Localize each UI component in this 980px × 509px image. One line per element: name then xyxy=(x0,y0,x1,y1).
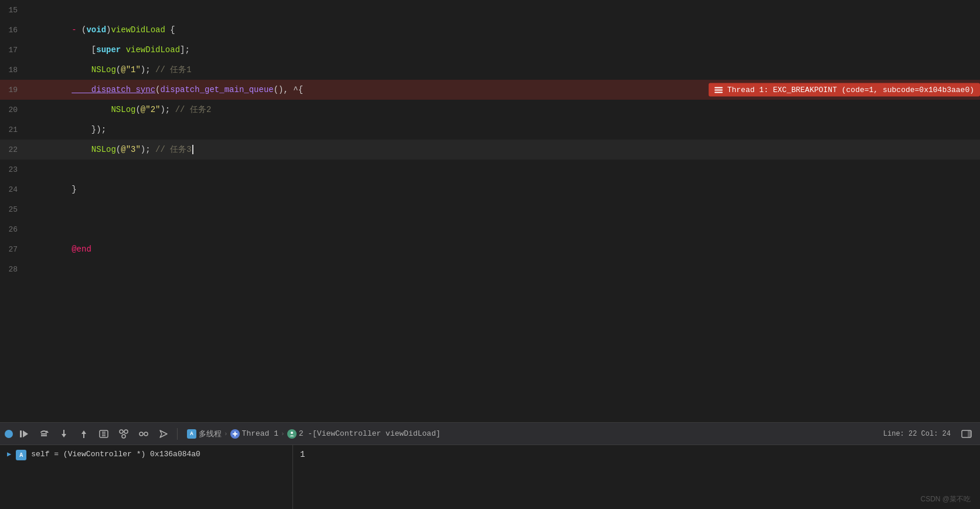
debug-panel: ▶ A self = (ViewController *) 0x136a084a… xyxy=(0,444,980,509)
viewdidload-msg: viewDidLoad xyxy=(126,45,180,55)
line-num-21: 21 xyxy=(0,125,29,134)
project-name: 多线程 xyxy=(199,429,222,439)
step-over-icon xyxy=(39,429,49,439)
line-num-23: 23 xyxy=(0,165,29,174)
line-num-27: 27 xyxy=(0,245,29,254)
line-col-info: Line: 22 Col: 24 xyxy=(883,430,951,438)
svg-rect-0 xyxy=(20,430,22,437)
thread-name: Thread 1 xyxy=(242,429,278,438)
error-message: Thread 1: EXC_BREAKPOINT (code=1, subcod… xyxy=(727,86,974,94)
semicol-18: ); xyxy=(141,65,155,74)
location-icon xyxy=(158,429,169,439)
code-container: 15 16 - (void)viewDidLoad { 17 [super vi… xyxy=(0,0,980,279)
breakpoints-btn[interactable] xyxy=(95,426,113,442)
step-into-icon xyxy=(59,429,69,439)
svg-marker-19 xyxy=(160,430,167,437)
queue-btn[interactable] xyxy=(135,426,152,442)
nslog-22: NSLog xyxy=(72,145,116,154)
svg-point-22 xyxy=(291,432,293,434)
code-line-25: 25 xyxy=(0,199,980,219)
step-out-btn[interactable] xyxy=(75,426,93,442)
dispatch-sync: dispatch_sync xyxy=(72,85,155,94)
svg-marker-1 xyxy=(23,430,28,437)
bracket-close: ]; xyxy=(180,45,190,55)
line-num-25: 25 xyxy=(0,205,29,214)
svg-point-18 xyxy=(144,432,148,436)
svg-rect-24 xyxy=(968,430,971,437)
thread-icon xyxy=(118,429,129,439)
line-num-15: 15 xyxy=(0,6,29,15)
toolbar-sep xyxy=(177,428,178,440)
svg-marker-8 xyxy=(81,430,86,434)
close-block-21: }); xyxy=(72,125,106,134)
cursor-22 xyxy=(192,145,198,154)
svg-rect-21 xyxy=(234,432,236,436)
breadcrumb-area: A 多线程 › Thread 1 › 2 -[ViewController vi… xyxy=(187,429,881,439)
person-icon-bc xyxy=(287,429,297,439)
comment-18: // 任务1 xyxy=(155,65,192,74)
debug-output-value: 1 xyxy=(300,450,305,459)
str-20: @"2" xyxy=(141,105,161,114)
debug-console-pane: 1 xyxy=(293,445,980,509)
paren-20a: ( xyxy=(135,105,140,114)
line-num-28: 28 xyxy=(0,265,29,274)
semicol-20: ); xyxy=(160,105,175,114)
debug-circle-btn[interactable] xyxy=(5,430,13,438)
chevron-1: › xyxy=(224,430,228,437)
line-num-20: 20 xyxy=(0,106,29,114)
brace-open: { xyxy=(165,25,175,35)
debug-variables-pane: ▶ A self = (ViewController *) 0x136a084a… xyxy=(0,445,293,509)
minus-keyword: - xyxy=(72,25,81,35)
hamburger-icon xyxy=(714,87,723,93)
nslog-20: NSLog xyxy=(72,105,135,114)
queue-icon xyxy=(138,429,149,439)
line-num-26: 26 xyxy=(0,225,29,234)
continue-btn[interactable] xyxy=(15,426,33,442)
svg-point-14 xyxy=(124,430,128,433)
right-panel-btn[interactable] xyxy=(958,427,975,440)
bottom-toolbar: A 多线程 › Thread 1 › 2 -[ViewController vi… xyxy=(0,422,980,444)
void-keyword: void xyxy=(86,25,106,35)
code-line-24: 24 } xyxy=(0,179,980,199)
paren-19b: (), ^{ xyxy=(274,85,303,94)
semicol-22: ); xyxy=(141,145,155,154)
line-num-24: 24 xyxy=(0,185,29,194)
svg-point-15 xyxy=(122,435,125,438)
paren-22a: ( xyxy=(116,145,121,154)
var-type-icon: A xyxy=(16,450,26,460)
thread-btn[interactable] xyxy=(115,426,132,442)
step-into-btn[interactable] xyxy=(55,426,73,442)
watermark: CSDN @菜不吃 xyxy=(920,494,971,504)
svg-point-13 xyxy=(120,430,123,433)
svg-point-17 xyxy=(139,432,143,436)
chevron-2: › xyxy=(281,430,285,437)
super-keyword: super xyxy=(96,45,121,55)
step-out-icon xyxy=(79,429,89,439)
paren-18: ( xyxy=(116,65,121,74)
app-icon: A xyxy=(187,429,196,439)
step-over-btn[interactable] xyxy=(35,426,53,442)
at-end-27: @end xyxy=(72,245,91,254)
breadcrumb-thread[interactable]: Thread 1 xyxy=(230,429,278,439)
location-btn[interactable] xyxy=(155,426,172,442)
func-name: viewDidLoad xyxy=(111,25,165,35)
continue-icon xyxy=(19,429,29,439)
line-num-22: 22 xyxy=(0,145,29,154)
line-num-16: 16 xyxy=(0,26,29,35)
nslog-18: NSLog xyxy=(72,65,116,74)
breadcrumb-app[interactable]: A 多线程 xyxy=(187,429,222,439)
expand-arrow[interactable]: ▶ xyxy=(7,450,11,459)
line-num-19: 19 xyxy=(0,86,29,94)
breadcrumb-frame[interactable]: 2 -[ViewController viewDidLoad] xyxy=(287,429,441,439)
comment-22: // 任务3 xyxy=(155,145,192,154)
str-18: @"1" xyxy=(121,65,141,74)
breakpoints-icon xyxy=(98,429,109,439)
line-num-18: 18 xyxy=(0,66,29,74)
bracket-open: [ xyxy=(72,45,96,55)
closing-brace-24: } xyxy=(72,185,76,194)
line-num-17: 17 xyxy=(0,46,29,55)
svg-marker-6 xyxy=(62,434,66,437)
panel-toggle-icon xyxy=(961,430,972,438)
frame-name: 2 -[ViewController viewDidLoad] xyxy=(299,429,441,438)
code-line-28: 28 xyxy=(0,259,980,279)
